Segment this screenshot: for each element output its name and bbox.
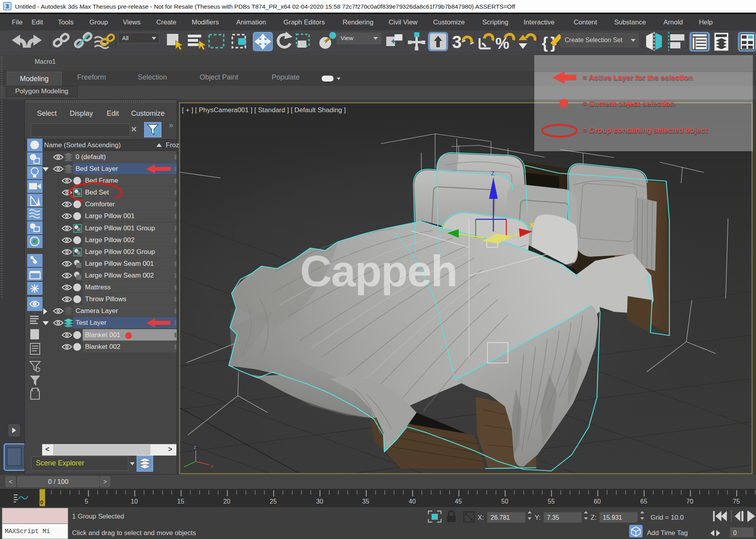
svg-text:X: X: [530, 222, 534, 229]
svg-text:z: z: [194, 444, 196, 450]
svg-text:Z: Z: [491, 170, 495, 176]
svg-text:x: x: [211, 463, 213, 469]
svg-text:Y: Y: [442, 224, 446, 230]
svg-text:{: {: [542, 34, 548, 52]
svg-text:[ + ] [ PhysCamera001 ] [ Stan: [ + ] [ PhysCamera001 ] [ Standard ] [ D…: [182, 106, 346, 114]
svg-text:Cappeh: Cappeh: [300, 246, 457, 296]
svg-text:3: 3: [452, 32, 461, 52]
svg-text:%: %: [495, 35, 510, 52]
